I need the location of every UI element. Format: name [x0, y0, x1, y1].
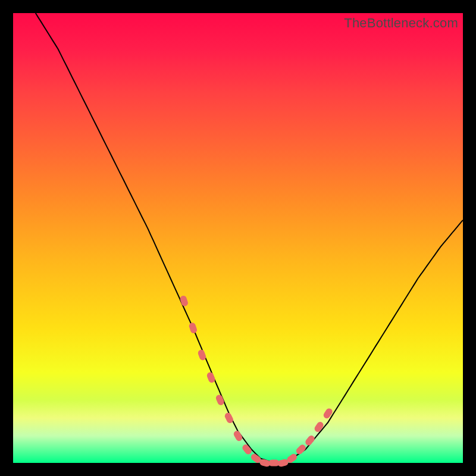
curve-markers — [179, 295, 334, 468]
chart-svg — [13, 13, 463, 463]
curve-marker — [314, 421, 325, 433]
curve-marker — [322, 407, 334, 419]
chart-container: TheBottleneck.com — [0, 0, 476, 476]
curve-marker — [206, 371, 216, 384]
curve-marker — [188, 322, 198, 334]
curve-marker — [241, 443, 253, 456]
plot-area: TheBottleneck.com — [13, 13, 463, 463]
curve-marker — [179, 295, 189, 308]
curve-marker — [295, 443, 308, 456]
curve-marker — [304, 434, 316, 447]
curve-marker — [224, 412, 234, 424]
bottleneck-curve — [36, 13, 463, 463]
